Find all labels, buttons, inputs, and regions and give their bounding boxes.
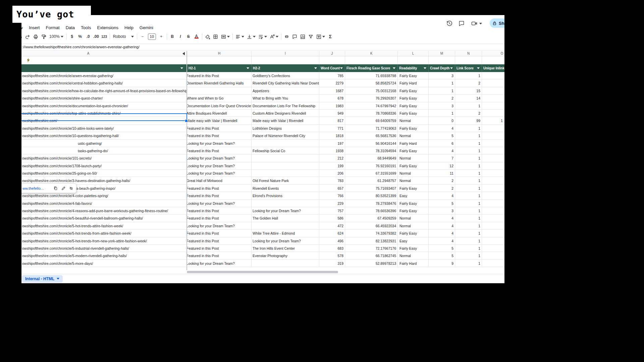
cell-link[interactable]: 1 [455,260,482,267]
cell-h2-1[interactable]: Documentation Lists For Quest Chronicler… [187,102,252,109]
cell-link[interactable]: 1 [455,222,482,229]
cell-url[interactable]: owshipoftheshire.com/chronicle/top-attir… [21,110,186,117]
menu-item-format[interactable]: Format [46,25,59,30]
filter-header-flesch[interactable]: Flesch Reading Ease Score [345,64,398,72]
zoom-select[interactable]: 100% [48,34,65,39]
cell-flesch[interactable]: 72.17667176 [345,245,398,252]
cell-wc[interactable]: 678 [319,95,345,102]
filter-dropdown-icon[interactable] [477,67,480,69]
sheet-tab-internal-html[interactable]: Internal - HTML [22,275,63,283]
cell-h2-2[interactable] [252,162,319,169]
cell-url[interactable]: owshipoftheshire.com/chronicle/5-hot-tre… [21,230,186,237]
cell-url[interactable]: owshipoftheshire.com/chronicle/4-reasons… [21,207,186,214]
cell-readability[interactable]: Fairly Easy [398,245,429,252]
cell-depth[interactable]: 4 [429,215,455,222]
cell-wc[interactable]: 771 [319,125,345,132]
cell-inlinks[interactable] [482,222,504,229]
menu-item-data[interactable]: Data [66,25,75,30]
filter-views-icon[interactable] [315,33,326,41]
insert-chart-icon[interactable] [299,33,307,41]
horizontal-align-icon[interactable] [234,33,246,41]
cell-h2-2[interactable]: Custom Attire Designers Rivendell [252,110,319,117]
share-button[interactable]: Share [490,18,504,28]
filter-dropdown-icon[interactable] [393,67,395,69]
cell-readability[interactable]: Normal [398,132,429,139]
cell-h2-1[interactable]: Featured in this Post [187,125,252,132]
cell-depth[interactable]: 11 [429,170,455,177]
paint-format-icon[interactable] [40,33,48,41]
cell-depth[interactable]: 1 [429,79,455,86]
cell-readability[interactable]: Fairly Hard [398,260,429,267]
cell-link[interactable]: 1 [455,177,482,184]
cell-readability[interactable]: Fairly Easy [398,230,429,237]
filter-header-crawl-depth[interactable]: Crawl Depth [429,64,455,72]
cell-link[interactable]: 1 [455,132,482,139]
vertical-align-icon[interactable] [246,33,257,41]
cell-url[interactable]: owshipoftheshire.com/chronicle/5-modern-… [21,252,186,259]
filter-dropdown-icon[interactable] [450,67,453,69]
cell-url[interactable]: owshipoftheshire.com/chronicle/4-fab-fav… [21,200,186,207]
cell-link[interactable]: 1 [455,125,482,132]
cell-flesch[interactable]: 71.65938798 [345,72,398,79]
cell-flesch[interactable]: 80.53521399 [345,192,398,199]
cell-wc[interactable]: 817 [319,117,345,124]
cell-depth[interactable]: 1 [429,110,455,117]
cell-depth[interactable]: 5 [429,245,455,252]
cell-depth[interactable]: 2 [429,185,455,192]
cell-wc[interactable]: 319 [319,260,345,267]
remove-link-icon[interactable] [69,186,73,191]
cell-h2-2[interactable] [252,140,319,147]
cell-h2-2[interactable]: Lothlórien Designs [252,125,319,132]
edit-link-icon[interactable] [61,186,66,191]
cell-inlinks[interactable] [482,260,504,267]
cell-flesch[interactable]: 66.45922034 [345,222,398,229]
insert-link-icon[interactable] [283,33,291,41]
cell-h2-2[interactable] [252,170,319,177]
font-select[interactable]: Roboto [111,34,136,39]
cell-h2-1[interactable]: Featured in this Post [187,230,252,237]
cell-url[interactable]: owshipoftheshire.com/chronicle/5-hot-tre… [21,222,186,229]
cell-link[interactable]: 1 [455,245,482,252]
cell-h2-2[interactable]: Made easy with Valar | Rivendell [252,117,319,124]
cell-depth[interactable]: 7 [429,155,455,162]
cell-wc[interactable]: 496 [319,237,345,244]
cell-flesch[interactable]: 69.64009759 [345,117,398,124]
decrease-font-size-button[interactable]: − [139,33,147,41]
menu-item-gemini[interactable]: Gemini [140,25,153,30]
cell-url[interactable]: owshipoftheshire.com/chronicle/arwen-eve… [21,72,186,79]
more-formats-button[interactable]: 123 [100,33,108,41]
cell-wc[interactable]: 1983 [319,102,345,109]
empty-cell[interactable] [187,56,252,64]
cell-h2-1[interactable]: Featured in this Post [187,192,252,199]
cell-depth[interactable]: 4 [429,192,455,199]
print-icon[interactable] [32,33,40,41]
column-header-o[interactable]: O [482,51,504,56]
cell-inlinks[interactable] [482,102,504,109]
cell-depth[interactable]: 0 [429,117,455,124]
filter-dropdown-icon[interactable] [247,67,249,69]
cell-readability[interactable]: Normal [398,177,429,184]
cell-readability[interactable]: Easy [398,237,429,244]
cell-inlinks[interactable] [482,79,504,86]
cell-h2-1[interactable]: Featured in this Post [187,147,252,154]
link-popup-url[interactable]: ww.thefello... [22,186,50,190]
cell-flesch[interactable]: 74.33679382 [345,230,398,237]
cell-wc[interactable]: 757 [319,207,345,214]
fill-handle[interactable] [185,119,188,122]
increase-decimal-button[interactable]: .00 [92,33,100,41]
cell-flesch[interactable]: 78.27938476 [345,200,398,207]
functions-button[interactable]: Σ [326,33,334,41]
cell-flesch[interactable]: 67.4509259 [345,215,398,222]
cell-inlinks[interactable] [482,125,504,132]
cell-h2-2[interactable] [252,222,319,229]
menu-item-insert[interactable]: Insert [29,25,40,30]
cell-h2-2[interactable]: Rivendell City Gathering Halls Near Down… [252,79,319,86]
cell-h2-2[interactable]: Evenstar Photography [252,252,319,259]
text-color-button[interactable]: A [193,33,201,41]
hidden-columns-icon[interactable] [182,52,185,55]
cell-flesch[interactable]: 78.31094594 [345,147,398,154]
column-header-l[interactable]: L [398,51,429,56]
cell-readability[interactable]: Normal [398,215,429,222]
cell-link[interactable]: 1 [455,200,482,207]
cell-link[interactable]: 1 [455,72,482,79]
